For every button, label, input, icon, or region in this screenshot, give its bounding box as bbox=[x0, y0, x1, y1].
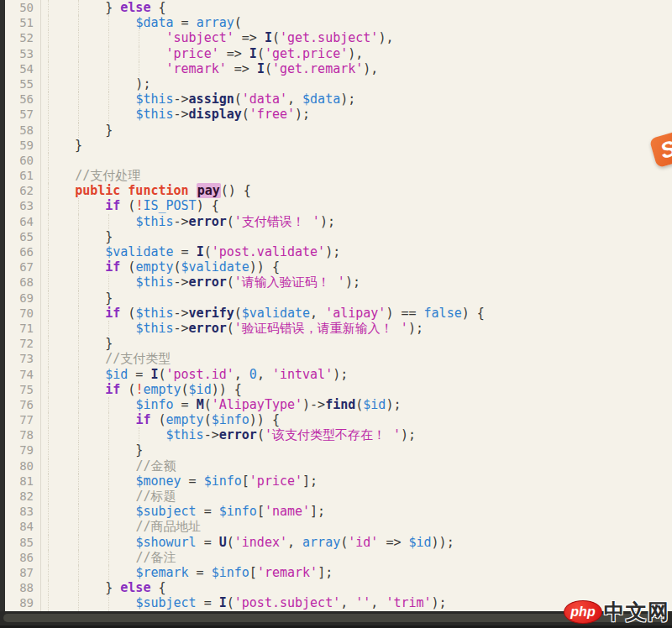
code-text[interactable] bbox=[34, 153, 672, 168]
code-line[interactable]: 56 $this->assign('data', $data); bbox=[0, 92, 672, 107]
code-area[interactable]: 50 } else {51 $data = array(52 'subject'… bbox=[0, 0, 672, 611]
code-line[interactable]: 54 'remark' => I('get.remark'), bbox=[0, 61, 672, 76]
code-text[interactable]: $this->error('请输入验证码！ '); bbox=[34, 275, 672, 290]
code-line[interactable]: 80 //金额 bbox=[0, 458, 672, 474]
code-text[interactable]: } bbox=[34, 123, 672, 138]
code-line[interactable]: 84 //商品地址 bbox=[0, 519, 672, 534]
code-token: '请输入验证码！ ' bbox=[234, 275, 345, 290]
code-text[interactable]: if (!IS_POST) { bbox=[34, 198, 672, 213]
code-line[interactable]: 77 if (empty($info)) { bbox=[0, 412, 672, 427]
code-line[interactable]: 60 bbox=[0, 153, 672, 168]
code-line[interactable]: 85 $showurl = U('index', array('id' => $… bbox=[0, 535, 672, 550]
code-text[interactable]: $this->assign('data', $data); bbox=[34, 92, 672, 107]
code-line[interactable]: 68 $this->error('请输入验证码！ '); bbox=[0, 275, 672, 290]
code-line[interactable]: 63 if (!IS_POST) { bbox=[0, 198, 672, 213]
code-token: , bbox=[257, 367, 272, 382]
code-text[interactable]: $this->error('该支付类型不存在！ '); bbox=[34, 427, 672, 442]
code-line[interactable]: 78 $this->error('该支付类型不存在！ '); bbox=[0, 427, 672, 442]
code-line[interactable]: 87 $remark = $info['remark']; bbox=[0, 565, 672, 580]
code-text[interactable]: $this->error('验证码错误，请重新输入！ '); bbox=[34, 321, 672, 336]
code-text[interactable]: //支付类型 bbox=[34, 351, 672, 366]
code-token: '支付错误！ ' bbox=[234, 214, 320, 229]
code-text[interactable]: } bbox=[34, 229, 672, 244]
code-line[interactable]: 67 if (empty($validate)) { bbox=[0, 259, 672, 275]
code-token: $id bbox=[363, 397, 386, 412]
code-line[interactable]: 53 'price' => I('get.price'), bbox=[0, 46, 672, 61]
code-line[interactable]: 52 'subject' => I('get.subject'), bbox=[0, 30, 672, 45]
code-text[interactable]: //标题 bbox=[34, 489, 672, 504]
code-line[interactable]: 79 } bbox=[0, 442, 672, 458]
code-line[interactable]: 58 } bbox=[0, 123, 672, 138]
code-text[interactable]: public function pay() { bbox=[34, 183, 672, 198]
code-line[interactable]: 65 } bbox=[0, 229, 672, 244]
code-text[interactable]: $subject = $info['name']; bbox=[34, 504, 672, 519]
code-line[interactable]: 64 $this->error('支付错误！ '); bbox=[0, 214, 672, 229]
code-token: ); bbox=[45, 76, 150, 92]
code-text[interactable]: } else { bbox=[34, 0, 672, 15]
code-line[interactable]: 62 public function pay() { bbox=[0, 183, 672, 198]
code-text[interactable]: $data = array( bbox=[34, 15, 672, 30]
code-line[interactable]: 81 $money = $info['price']; bbox=[0, 474, 672, 489]
code-token: $info bbox=[135, 397, 173, 412]
code-text[interactable]: $this->error('支付错误！ '); bbox=[34, 214, 672, 229]
code-text[interactable]: //支付处理 bbox=[34, 168, 672, 183]
code-token bbox=[45, 565, 135, 580]
code-text[interactable]: //金额 bbox=[34, 458, 672, 474]
editor-left-strip bbox=[0, 0, 5, 611]
code-text[interactable]: ); bbox=[34, 76, 672, 92]
code-text[interactable]: } bbox=[34, 290, 672, 306]
code-text[interactable]: } bbox=[34, 442, 672, 458]
code-text[interactable]: $validate = I('post.validate'); bbox=[34, 244, 672, 259]
code-text[interactable]: $showurl = U('index', array('id' => $id)… bbox=[34, 535, 672, 550]
code-text[interactable]: $money = $info['price']; bbox=[34, 474, 672, 489]
code-text[interactable]: $remark = $info['remark']; bbox=[34, 565, 672, 580]
line-number: 68 bbox=[0, 275, 34, 290]
code-text[interactable]: //商品地址 bbox=[34, 519, 672, 534]
code-line[interactable]: 61 //支付处理 bbox=[0, 168, 672, 183]
code-line[interactable]: 55 ); bbox=[0, 76, 672, 92]
code-text[interactable]: } bbox=[34, 336, 672, 351]
code-line[interactable]: 86 //备注 bbox=[0, 550, 672, 565]
code-text[interactable]: if (empty($info)) { bbox=[34, 412, 672, 427]
code-text[interactable]: $this->display('free'); bbox=[34, 107, 672, 122]
code-line[interactable]: 66 $validate = I('post.validate'); bbox=[0, 244, 672, 259]
code-line[interactable]: 82 //标题 bbox=[0, 489, 672, 504]
code-line[interactable]: 51 $data = array( bbox=[0, 15, 672, 30]
code-line[interactable]: 71 $this->error('验证码错误，请重新输入！ '); bbox=[0, 321, 672, 336]
code-line[interactable]: 76 $info = M('AlipayType')->find($id); bbox=[0, 397, 672, 412]
code-token: ); bbox=[408, 321, 423, 336]
line-number: 56 bbox=[0, 92, 34, 107]
code-text[interactable]: $info = M('AlipayType')->find($id); bbox=[34, 397, 672, 412]
code-text[interactable]: if ($this->verify($validate, 'alipay') =… bbox=[34, 306, 672, 321]
code-line[interactable]: 69 } bbox=[0, 290, 672, 306]
code-text[interactable]: } else { bbox=[34, 580, 672, 595]
code-line[interactable]: 74 $id = I('post.id', 0, 'intval'); bbox=[0, 367, 672, 382]
code-text[interactable]: //备注 bbox=[34, 550, 672, 565]
code-line[interactable]: 73 //支付类型 bbox=[0, 351, 672, 366]
code-line[interactable]: 88 } else { bbox=[0, 580, 672, 595]
code-token: $this bbox=[135, 214, 173, 229]
code-line[interactable]: 83 $subject = $info['name']; bbox=[0, 504, 672, 519]
code-line[interactable]: 75 if (!empty($id)) { bbox=[0, 382, 672, 397]
code-token bbox=[189, 183, 197, 198]
php-logo-icon: php bbox=[564, 600, 602, 624]
code-text[interactable]: 'subject' => I('get.subject'), bbox=[34, 30, 672, 45]
code-text[interactable]: if (!empty($id)) { bbox=[34, 382, 672, 397]
code-token: $this bbox=[135, 275, 173, 290]
code-editor[interactable]: 50 } else {51 $data = array(52 'subject'… bbox=[0, 0, 672, 611]
code-token: display bbox=[189, 107, 242, 122]
code-line[interactable]: 70 if ($this->verify($validate, 'alipay'… bbox=[0, 306, 672, 321]
code-text[interactable]: } bbox=[34, 138, 672, 153]
code-text[interactable]: if (empty($validate)) { bbox=[34, 259, 672, 275]
code-token: 'post.subject' bbox=[234, 595, 340, 610]
code-text[interactable]: 'price' => I('get.price'), bbox=[34, 46, 672, 61]
code-text[interactable]: $id = I('post.id', 0, 'intval'); bbox=[34, 367, 672, 382]
code-token: ( bbox=[257, 46, 265, 61]
code-line[interactable]: 72 } bbox=[0, 336, 672, 351]
line-number: 88 bbox=[0, 580, 34, 595]
code-line[interactable]: 59 } bbox=[0, 138, 672, 153]
code-text[interactable]: 'remark' => I('get.remark'), bbox=[34, 61, 672, 76]
code-line[interactable]: 57 $this->display('free'); bbox=[0, 107, 672, 122]
code-token: -> bbox=[174, 214, 189, 229]
code-line[interactable]: 50 } else { bbox=[0, 0, 672, 15]
